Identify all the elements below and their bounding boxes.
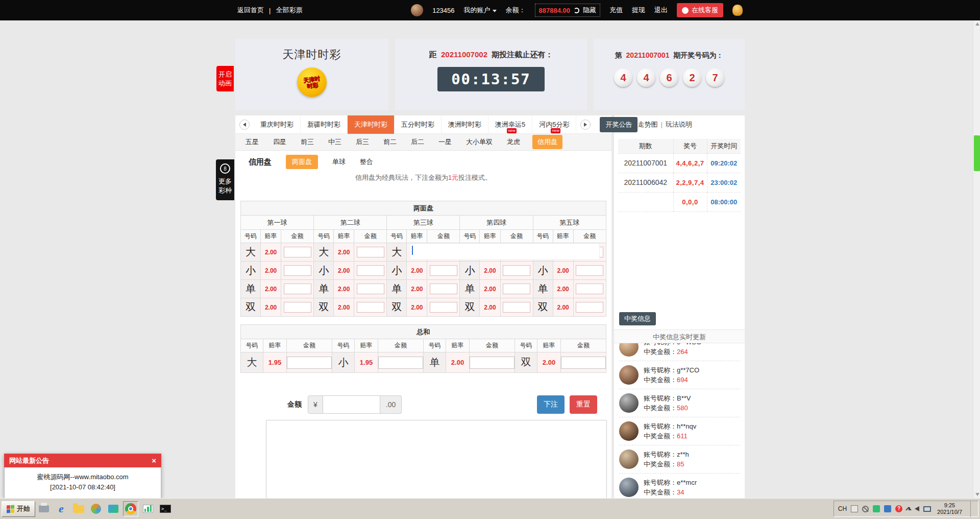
home-link[interactable]: 返回首页: [237, 6, 264, 15]
sum-option-da[interactable]: 大: [241, 352, 263, 373]
console-icon[interactable]: >_: [158, 501, 173, 516]
tray-app-icon[interactable]: [873, 505, 880, 512]
bet-option-shuang[interactable]: 双: [533, 298, 553, 317]
bet-amount-input[interactable]: [503, 284, 530, 294]
playtype-houer[interactable]: 后二: [404, 137, 431, 147]
refresh-icon[interactable]: [574, 8, 579, 13]
mode-combined[interactable]: 整合: [360, 157, 373, 167]
chrome-icon[interactable]: [123, 501, 138, 516]
bet-option-dan[interactable]: 单: [387, 280, 407, 298]
tab-chongqing[interactable]: 重庆时时彩: [254, 115, 301, 134]
bet-amount-input[interactable]: [576, 302, 603, 313]
bet-amount-input[interactable]: [357, 265, 384, 276]
tab-xinjiang[interactable]: 新疆时时彩: [301, 115, 348, 134]
show-desktop-button[interactable]: [970, 501, 974, 517]
all-lottery-link[interactable]: 全部彩票: [276, 6, 302, 15]
tabs-scroll-right-button[interactable]: [580, 120, 591, 130]
hide-balance-button[interactable]: 隐藏: [583, 6, 596, 15]
bet-amount-input[interactable]: [576, 284, 603, 294]
bet-option-xiao[interactable]: 小: [460, 262, 480, 280]
internet-explorer-icon[interactable]: e: [54, 501, 69, 516]
playtype-xinyongpan[interactable]: 信用盘: [532, 135, 562, 149]
bet-option-da[interactable]: 大: [387, 243, 407, 262]
playtype-daxiaodanshuang[interactable]: 大小单双: [459, 137, 500, 147]
bet-option-dan[interactable]: 单: [460, 280, 480, 298]
scroll-down-icon[interactable]: [975, 493, 979, 496]
bet-amount-input[interactable]: [284, 265, 311, 276]
bet-option-shuang[interactable]: 双: [241, 298, 261, 317]
language-indicator[interactable]: CH: [838, 505, 847, 512]
bet-option-dan[interactable]: 单: [314, 280, 334, 298]
recharge-link[interactable]: 充值: [609, 6, 623, 15]
bet-amount-input[interactable]: [284, 247, 311, 257]
mode-single-ball[interactable]: 单球: [332, 157, 346, 167]
block-icon[interactable]: [862, 506, 869, 512]
playtype-qianer[interactable]: 前二: [376, 137, 404, 147]
bet-option-xiao[interactable]: 小: [533, 262, 553, 280]
close-icon[interactable]: ×: [152, 456, 156, 465]
sum-option-xiao[interactable]: 小: [332, 352, 355, 373]
playtype-yixing[interactable]: 一星: [431, 137, 459, 147]
withdraw-link[interactable]: 提现: [632, 6, 645, 15]
start-button[interactable]: 开始: [2, 501, 35, 517]
tab-tianjin[interactable]: 天津时时彩: [348, 115, 395, 134]
bet-amount-input[interactable]: [357, 247, 384, 257]
draw-announcement-button[interactable]: 开奖公告: [600, 117, 638, 132]
keyboard-icon[interactable]: [851, 505, 858, 512]
playtype-zhongsan[interactable]: 中三: [321, 137, 349, 147]
bet-amount-input[interactable]: [378, 357, 423, 369]
playtype-sixing[interactable]: 四星: [266, 137, 293, 147]
bet-amount-input[interactable]: [470, 357, 514, 369]
mode-two-side[interactable]: 两面盘: [286, 155, 318, 169]
bet-amount-input[interactable]: [284, 302, 311, 313]
logout-link[interactable]: 退出: [654, 6, 668, 15]
sum-option-shuang[interactable]: 双: [515, 352, 537, 373]
bet-option-xiao[interactable]: 小: [387, 262, 407, 280]
place-bet-button[interactable]: 下注: [537, 395, 565, 414]
volume-icon[interactable]: [915, 506, 919, 511]
bet-option-dan[interactable]: 单: [533, 280, 553, 298]
tab-henei5[interactable]: 河内5分彩new: [532, 115, 576, 134]
scroll-up-icon[interactable]: [975, 22, 979, 26]
tab-aozhou[interactable]: 澳洲时时彩: [442, 115, 488, 134]
playtype-wuxing[interactable]: 五星: [238, 137, 266, 147]
bet-amount-input[interactable]: [561, 357, 606, 369]
win-info-button[interactable]: 中奖信息: [619, 312, 656, 325]
tray-app-icon[interactable]: [884, 505, 891, 512]
text-input-overlay[interactable]: [410, 243, 600, 260]
chart-app-icon[interactable]: [140, 501, 156, 516]
trend-chart-link[interactable]: 走势图: [638, 121, 657, 128]
reset-button[interactable]: 重置: [570, 395, 597, 414]
bet-amount-input[interactable]: [287, 357, 332, 369]
tabs-scroll-left-button[interactable]: [239, 120, 250, 130]
scrollbar-thumb[interactable]: [974, 135, 980, 171]
sum-option-dan[interactable]: 单: [424, 352, 446, 373]
playtype-housan[interactable]: 后三: [349, 137, 376, 147]
page-scrollbar[interactable]: [973, 20, 980, 498]
bet-amount-input[interactable]: [284, 284, 311, 294]
service-mascot-icon[interactable]: [732, 5, 743, 16]
bet-option-shuang[interactable]: 双: [460, 298, 480, 317]
bet-amount-input[interactable]: [576, 265, 603, 276]
playtype-longhu[interactable]: 龙虎: [500, 137, 527, 147]
taskbar-clock[interactable]: 9:25 2021/10/7: [935, 502, 964, 515]
tab-aozhou-lucky5[interactable]: 澳洲幸运5new: [488, 115, 532, 134]
online-service-button[interactable]: 在线客服: [677, 3, 723, 17]
my-account-menu[interactable]: 我的账户: [464, 6, 497, 15]
bet-option-dan[interactable]: 单: [241, 280, 261, 298]
more-lottery-button[interactable]: 8 更多彩种: [216, 159, 234, 200]
bet-amount-input[interactable]: [430, 302, 457, 313]
user-avatar[interactable]: [411, 4, 423, 16]
browser-orb-icon[interactable]: [88, 501, 104, 516]
bet-amount-input[interactable]: [503, 265, 530, 276]
bet-option-xiao[interactable]: 小: [241, 262, 261, 280]
bet-amount-input[interactable]: [503, 302, 530, 313]
total-amount-input[interactable]: [323, 395, 380, 414]
bet-option-da[interactable]: 大: [314, 243, 334, 262]
bet-option-da[interactable]: 大: [241, 243, 261, 262]
playtype-qiansan[interactable]: 前三: [293, 137, 321, 147]
bet-option-shuang[interactable]: 双: [314, 298, 334, 317]
printer-icon[interactable]: [36, 501, 52, 516]
folder-icon[interactable]: [71, 501, 86, 516]
network-icon[interactable]: [923, 506, 931, 512]
